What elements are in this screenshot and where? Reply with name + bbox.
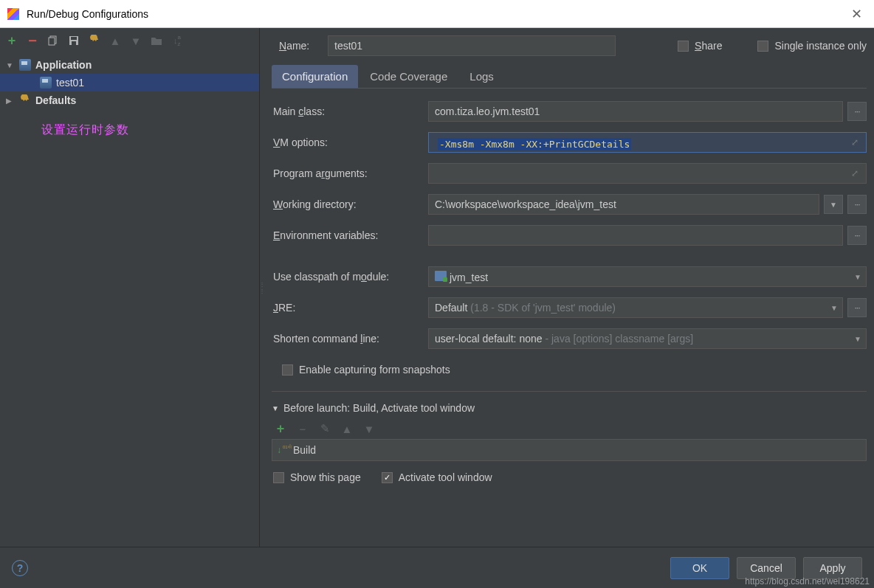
jre-value: Default (435, 302, 467, 314)
edit-task-icon[interactable]: ✎ (319, 423, 331, 435)
tree-node-config-item[interactable]: test01 (0, 74, 259, 91)
folder-icon[interactable] (151, 35, 162, 46)
tree-node-application[interactable]: ▼ Application (0, 56, 259, 74)
move-task-up-icon[interactable]: ▲ (341, 423, 353, 435)
close-icon[interactable]: ✕ (847, 6, 867, 22)
module-icon (435, 271, 447, 281)
shorten-cmd-label: Shorten command line: (272, 333, 428, 345)
jre-hint: (1.8 - SDK of 'jvm_test' module) (467, 302, 616, 314)
build-item-label: Build (293, 444, 316, 456)
apply-button[interactable]: Apply (803, 557, 862, 579)
main-area: + − ▲ ▼ ↓az ▼ (0, 28, 874, 588)
shorten-cmd-combobox[interactable]: user-local default: none - java [options… (428, 328, 867, 349)
enable-snapshots-label: Enable capturing form snapshots (299, 364, 450, 376)
checkbox-box (757, 41, 768, 52)
add-task-icon[interactable]: + (275, 423, 286, 435)
add-icon[interactable]: + (6, 35, 18, 46)
activate-window-label: Activate tool window (399, 471, 492, 483)
titlebar: Run/Debug Configurations ✕ (0, 0, 874, 28)
tabs: Configuration Code Coverage Logs (272, 65, 867, 89)
cancel-button[interactable]: Cancel (737, 557, 796, 579)
enable-snapshots-checkbox[interactable]: Enable capturing form snapshots (282, 364, 450, 376)
chevron-down-icon: ▼ (854, 335, 861, 343)
application-icon (19, 59, 31, 71)
ok-button[interactable]: OK (670, 557, 729, 579)
working-dir-input[interactable] (428, 194, 819, 215)
tree-label: Defaults (35, 94, 76, 106)
tab-code-coverage[interactable]: Code Coverage (359, 65, 458, 88)
classpath-module-label: Use classpath of module: (272, 271, 428, 283)
tab-configuration[interactable]: Configuration (272, 65, 358, 88)
shorten-cmd-value: user-local default: none (435, 333, 543, 345)
working-dir-dropdown-button[interactable]: ▼ (824, 195, 843, 214)
expand-icon[interactable]: ⤢ (851, 137, 861, 148)
app-icon (7, 8, 19, 20)
configuration-form: Main class: ··· VM options: -Xms8m -Xmx8… (272, 89, 867, 504)
annotation-text: 设置运行时参数 (0, 109, 259, 138)
move-down-icon[interactable]: ▼ (130, 35, 142, 46)
classpath-module-value: jvm_test (450, 271, 488, 283)
tree-node-defaults[interactable]: ▶ Defaults (0, 91, 259, 109)
main-class-label: Main class: (272, 106, 428, 117)
main-class-input[interactable] (428, 101, 843, 122)
name-label: Name: (279, 40, 317, 52)
vm-options-value: -Xms8m -Xmx8m -XX:+PrintGCDetails (438, 138, 631, 151)
tab-logs[interactable]: Logs (459, 65, 504, 88)
sort-icon[interactable]: ↓az (171, 35, 183, 46)
expand-arrow-icon[interactable]: ▼ (6, 61, 15, 69)
chevron-down-icon: ▼ (830, 304, 838, 312)
browse-env-vars-button[interactable]: ··· (847, 226, 867, 245)
single-instance-label: Single instance only (774, 40, 867, 52)
share-label: hare (701, 40, 722, 52)
expand-arrow-icon[interactable]: ▶ (6, 97, 15, 105)
env-vars-input[interactable] (428, 225, 843, 246)
wrench-icon (19, 94, 31, 106)
show-page-checkbox[interactable]: Show this page (273, 471, 361, 483)
jre-combobox[interactable]: Default (1.8 - SDK of 'jvm_test' module)… (428, 297, 843, 318)
env-vars-label: Environment variables: (272, 229, 428, 241)
build-icon (278, 445, 289, 455)
name-row: Name: Share Single instance only (272, 28, 867, 63)
jre-label: JRE: (272, 302, 428, 314)
section-separator (272, 391, 867, 392)
before-launch-list[interactable]: Build (272, 439, 867, 461)
share-checkbox[interactable]: Share (678, 40, 722, 52)
save-icon[interactable] (68, 35, 80, 46)
checkbox-box (382, 472, 393, 483)
remove-task-icon[interactable]: − (297, 423, 309, 435)
before-launch-toolbar: + − ✎ ▲ ▼ (272, 418, 867, 439)
working-dir-label: Working directory: (272, 198, 428, 210)
checkbox-box (678, 41, 689, 52)
before-launch-header[interactable]: ▼ Before launch: Build, Activate tool wi… (272, 398, 867, 418)
vm-options-label: VM options: (272, 136, 428, 148)
copy-icon[interactable] (47, 35, 59, 46)
classpath-module-combobox[interactable]: jvm_test ▼ (428, 266, 867, 287)
move-up-icon[interactable]: ▲ (109, 35, 121, 46)
shorten-cmd-hint: - java [options] classname [args] (543, 333, 694, 345)
browse-jre-button[interactable]: ··· (847, 298, 867, 317)
activate-window-checkbox[interactable]: Activate tool window (382, 471, 492, 483)
chevron-down-icon: ▼ (854, 273, 861, 281)
remove-icon[interactable]: − (27, 35, 38, 46)
help-button[interactable]: ? (12, 560, 28, 576)
checkbox-box (273, 472, 284, 483)
checkbox-box (282, 364, 293, 376)
browse-working-dir-button[interactable]: ··· (847, 195, 867, 214)
svg-rect-4 (72, 41, 76, 45)
name-input[interactable] (328, 35, 616, 56)
show-page-label: Show this page (290, 471, 361, 483)
program-args-input[interactable]: ⤢ (428, 163, 867, 184)
edit-templates-icon[interactable] (89, 35, 100, 46)
before-launch-title: Before launch: Build, Activate tool wind… (283, 402, 475, 414)
expand-icon[interactable]: ⤢ (851, 168, 861, 179)
vm-options-input[interactable]: -Xms8m -Xmx8m -XX:+PrintGCDetails ⤢ (428, 132, 867, 153)
collapse-arrow-icon: ▼ (272, 404, 279, 412)
browse-main-class-button[interactable]: ··· (847, 102, 867, 121)
program-args-label: Program arguments: (272, 167, 428, 179)
move-task-down-icon[interactable]: ▼ (363, 423, 375, 435)
single-instance-checkbox[interactable]: Single instance only (757, 40, 867, 52)
svg-rect-3 (71, 37, 77, 40)
watermark: https://blog.csdn.net/wei198621 (745, 576, 870, 587)
svg-rect-1 (49, 38, 55, 45)
tree-label: test01 (56, 77, 84, 89)
